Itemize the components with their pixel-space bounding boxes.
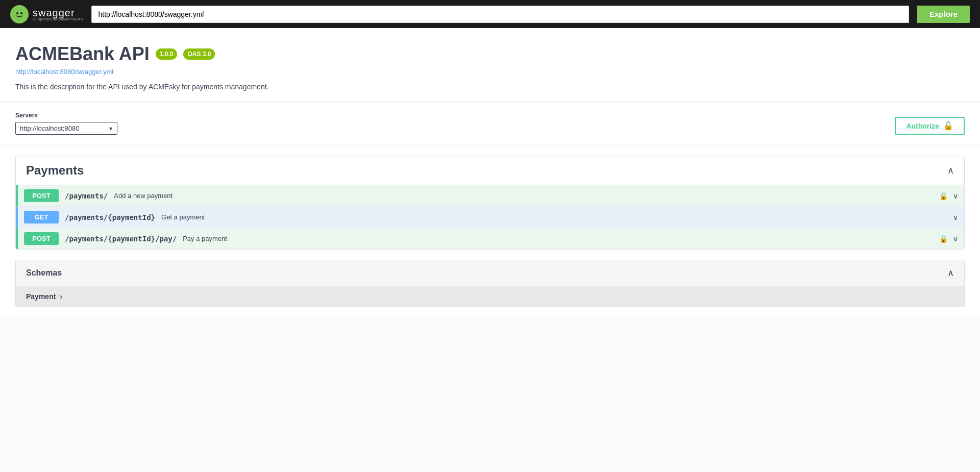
explore-button[interactable]: Explore [917,6,970,23]
endpoint-chevron-icon-3: ∨ [953,235,958,243]
swagger-sub-text: Supported by SMARTBEAR [33,17,83,21]
payments-chevron-icon: ∧ [947,165,954,176]
schema-payment-name: Payment [26,292,56,301]
endpoint-right-get-payment: ∨ [953,213,958,221]
endpoint-path-pay: /payments/{paymentId}/pay/ [65,235,177,243]
endpoint-lock-icon-1: 🔒 [939,192,948,200]
schemas-section-title: Schemas [26,268,62,278]
servers-select[interactable]: http://localhost:8080 [15,122,117,135]
endpoint-get-payment[interactable]: GET /payments/{paymentId} Get a payment … [16,207,964,228]
endpoint-path-get-payment: /payments/{paymentId} [65,213,155,221]
api-title-text: ACMEBank API [15,43,150,65]
endpoint-summary-add-payment: Add a new payment [114,192,933,200]
endpoint-chevron-icon-2: ∨ [953,213,958,221]
version-badge: 1.0.0 [156,48,178,60]
endpoint-chevron-icon-1: ∨ [953,192,958,200]
swagger-icon [10,5,29,23]
schema-payment-arrow: › [60,292,62,301]
url-input[interactable] [91,6,909,23]
info-section: ACMEBank API 1.0.0 OAS 3.0 http://localh… [0,28,980,102]
authorize-label: Authorize [906,122,939,130]
method-post-pay-badge: POST [24,232,59,245]
spec-link[interactable]: http://localhost:8080/swagger.yml [15,68,965,76]
payments-section: Payments ∧ POST /payments/ Add a new pay… [15,156,965,250]
endpoint-summary-get-payment: Get a payment [161,213,947,221]
method-get-badge: GET [24,211,59,223]
endpoint-right-post-pay: 🔒 ∨ [939,235,958,243]
schemas-section-header[interactable]: Schemas ∧ [16,260,964,286]
endpoint-summary-pay: Pay a payment [183,235,933,242]
servers-control: Servers http://localhost:8080 [15,112,117,135]
endpoint-post-payments[interactable]: POST /payments/ Add a new payment 🔒 ∨ [16,185,964,207]
payments-section-title: Payments [26,163,84,178]
svg-point-0 [14,9,24,19]
schemas-chevron-icon: ∧ [947,267,954,279]
endpoint-lock-icon-2: 🔒 [939,235,948,243]
header: swagger Supported by SMARTBEAR Explore [0,0,980,28]
servers-select-wrapper: http://localhost:8080 [15,122,117,135]
api-content: Payments ∧ POST /payments/ Add a new pay… [0,145,980,317]
api-title: ACMEBank API 1.0.0 OAS 3.0 [15,43,965,65]
servers-section: Servers http://localhost:8080 Authorize … [0,102,980,145]
schema-payment-item[interactable]: Payment › [16,286,964,307]
endpoint-path-payments: /payments/ [65,192,108,200]
servers-label: Servers [15,112,117,119]
schemas-section: Schemas ∧ Payment › [15,260,965,307]
oas-badge: OAS 3.0 [183,48,215,60]
svg-point-1 [16,12,18,14]
authorize-button[interactable]: Authorize 🔓 [895,117,965,135]
method-post-badge: POST [24,189,59,202]
api-description: This is the description for the API used… [15,83,965,91]
endpoint-post-pay[interactable]: POST /payments/{paymentId}/pay/ Pay a pa… [16,228,964,249]
lock-icon: 🔓 [943,121,953,131]
endpoint-right-post-payments: 🔒 ∨ [939,192,958,200]
svg-point-2 [20,12,22,14]
swagger-logo: swagger Supported by SMARTBEAR [10,5,83,23]
payments-section-header[interactable]: Payments ∧ [16,156,964,185]
